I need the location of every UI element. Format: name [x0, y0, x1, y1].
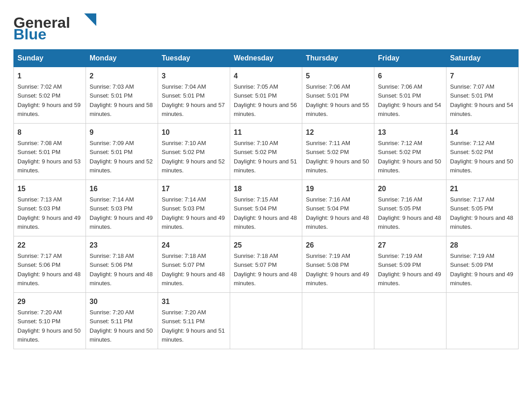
day-number: 9 — [90, 127, 154, 138]
day-info: Sunrise: 7:03 AMSunset: 5:01 PMDaylight:… — [90, 83, 153, 117]
calendar-cell: 30 Sunrise: 7:20 AMSunset: 5:11 PMDaylig… — [86, 293, 158, 349]
day-info: Sunrise: 7:19 AMSunset: 5:08 PMDaylight:… — [306, 253, 369, 287]
day-number: 10 — [162, 127, 226, 138]
calendar-week-row: 22 Sunrise: 7:17 AMSunset: 5:06 PMDaylig… — [14, 236, 519, 293]
day-number: 29 — [17, 296, 82, 307]
day-number: 17 — [162, 184, 226, 194]
day-number: 1 — [17, 71, 82, 81]
calendar-table: SundayMondayTuesdayWednesdayThursdayFrid… — [13, 49, 519, 349]
day-number: 4 — [234, 71, 298, 81]
weekday-header-tuesday: Tuesday — [158, 50, 230, 67]
day-info: Sunrise: 7:07 AMSunset: 5:01 PMDaylight:… — [450, 83, 513, 117]
day-number: 19 — [306, 184, 370, 194]
day-info: Sunrise: 7:17 AMSunset: 5:06 PMDaylight:… — [17, 253, 81, 287]
day-number: 31 — [162, 296, 226, 307]
day-number: 7 — [450, 71, 515, 81]
calendar-cell: 3 Sunrise: 7:04 AMSunset: 5:01 PMDayligh… — [158, 67, 230, 124]
day-info: Sunrise: 7:10 AMSunset: 5:02 PMDaylight:… — [162, 140, 225, 174]
page-header: General Blue — [13, 9, 519, 41]
day-number: 8 — [17, 127, 82, 138]
day-info: Sunrise: 7:12 AMSunset: 5:02 PMDaylight:… — [450, 140, 513, 174]
calendar-cell: 28 Sunrise: 7:19 AMSunset: 5:09 PMDaylig… — [446, 236, 519, 293]
day-info: Sunrise: 7:18 AMSunset: 5:07 PMDaylight:… — [234, 253, 297, 287]
day-number: 22 — [17, 240, 82, 251]
day-info: Sunrise: 7:20 AMSunset: 5:11 PMDaylight:… — [162, 309, 225, 343]
calendar-cell: 26 Sunrise: 7:19 AMSunset: 5:08 PMDaylig… — [302, 236, 374, 293]
day-info: Sunrise: 7:16 AMSunset: 5:05 PMDaylight:… — [378, 196, 441, 230]
day-info: Sunrise: 7:19 AMSunset: 5:09 PMDaylight:… — [378, 253, 441, 287]
day-info: Sunrise: 7:06 AMSunset: 5:01 PMDaylight:… — [306, 83, 369, 117]
day-number: 27 — [378, 240, 442, 251]
day-number: 21 — [450, 184, 515, 194]
day-number: 5 — [306, 71, 370, 81]
day-info: Sunrise: 7:09 AMSunset: 5:01 PMDaylight:… — [90, 140, 153, 174]
day-info: Sunrise: 7:06 AMSunset: 5:01 PMDaylight:… — [378, 83, 441, 117]
day-number: 24 — [162, 240, 226, 251]
calendar-cell: 4 Sunrise: 7:05 AMSunset: 5:01 PMDayligh… — [230, 67, 302, 124]
day-number: 2 — [90, 71, 154, 81]
calendar-cell: 5 Sunrise: 7:06 AMSunset: 5:01 PMDayligh… — [302, 67, 374, 124]
day-number: 3 — [162, 71, 226, 81]
calendar-cell: 24 Sunrise: 7:18 AMSunset: 5:07 PMDaylig… — [158, 236, 230, 293]
day-info: Sunrise: 7:11 AMSunset: 5:02 PMDaylight:… — [306, 140, 369, 174]
calendar-cell: 7 Sunrise: 7:07 AMSunset: 5:01 PMDayligh… — [446, 67, 519, 124]
day-number: 6 — [378, 71, 442, 81]
svg-marker-1 — [84, 13, 96, 26]
weekday-header-friday: Friday — [374, 50, 446, 67]
calendar-cell: 1 Sunrise: 7:02 AMSunset: 5:02 PMDayligh… — [14, 67, 86, 124]
day-number: 28 — [450, 240, 515, 251]
weekday-header-monday: Monday — [86, 50, 158, 67]
day-number: 13 — [378, 127, 442, 138]
day-number: 25 — [234, 240, 298, 251]
calendar-cell — [374, 293, 446, 349]
calendar-cell: 16 Sunrise: 7:14 AMSunset: 5:03 PMDaylig… — [86, 180, 158, 236]
calendar-cell: 25 Sunrise: 7:18 AMSunset: 5:07 PMDaylig… — [230, 236, 302, 293]
day-info: Sunrise: 7:18 AMSunset: 5:07 PMDaylight:… — [162, 253, 225, 287]
logo: General Blue — [13, 9, 99, 41]
day-number: 26 — [306, 240, 370, 251]
calendar-cell: 17 Sunrise: 7:14 AMSunset: 5:03 PMDaylig… — [158, 180, 230, 236]
calendar-cell: 9 Sunrise: 7:09 AMSunset: 5:01 PMDayligh… — [86, 124, 158, 180]
calendar-cell: 19 Sunrise: 7:16 AMSunset: 5:04 PMDaylig… — [302, 180, 374, 236]
calendar-cell: 14 Sunrise: 7:12 AMSunset: 5:02 PMDaylig… — [446, 124, 519, 180]
logo-svg: General Blue — [13, 9, 99, 41]
calendar-cell: 6 Sunrise: 7:06 AMSunset: 5:01 PMDayligh… — [374, 67, 446, 124]
day-info: Sunrise: 7:14 AMSunset: 5:03 PMDaylight:… — [90, 196, 153, 230]
day-info: Sunrise: 7:05 AMSunset: 5:01 PMDaylight:… — [234, 83, 297, 117]
svg-text:Blue: Blue — [13, 26, 47, 41]
day-info: Sunrise: 7:13 AMSunset: 5:03 PMDaylight:… — [17, 196, 81, 230]
weekday-header-saturday: Saturday — [446, 50, 519, 67]
day-info: Sunrise: 7:20 AMSunset: 5:11 PMDaylight:… — [90, 309, 153, 343]
calendar-cell: 15 Sunrise: 7:13 AMSunset: 5:03 PMDaylig… — [14, 180, 86, 236]
calendar-week-row: 8 Sunrise: 7:08 AMSunset: 5:01 PMDayligh… — [14, 124, 519, 180]
day-info: Sunrise: 7:18 AMSunset: 5:06 PMDaylight:… — [90, 253, 153, 287]
day-number: 16 — [90, 184, 154, 194]
day-number: 30 — [90, 296, 154, 307]
calendar-cell: 18 Sunrise: 7:15 AMSunset: 5:04 PMDaylig… — [230, 180, 302, 236]
calendar-week-row: 1 Sunrise: 7:02 AMSunset: 5:02 PMDayligh… — [14, 67, 519, 124]
day-number: 12 — [306, 127, 370, 138]
calendar-cell: 22 Sunrise: 7:17 AMSunset: 5:06 PMDaylig… — [14, 236, 86, 293]
calendar-cell: 12 Sunrise: 7:11 AMSunset: 5:02 PMDaylig… — [302, 124, 374, 180]
day-info: Sunrise: 7:08 AMSunset: 5:01 PMDaylight:… — [17, 140, 81, 174]
calendar-cell: 10 Sunrise: 7:10 AMSunset: 5:02 PMDaylig… — [158, 124, 230, 180]
calendar-cell — [302, 293, 374, 349]
day-number: 23 — [90, 240, 154, 251]
calendar-cell: 8 Sunrise: 7:08 AMSunset: 5:01 PMDayligh… — [14, 124, 86, 180]
calendar-cell: 27 Sunrise: 7:19 AMSunset: 5:09 PMDaylig… — [374, 236, 446, 293]
day-info: Sunrise: 7:02 AMSunset: 5:02 PMDaylight:… — [17, 83, 81, 117]
calendar-cell: 31 Sunrise: 7:20 AMSunset: 5:11 PMDaylig… — [158, 293, 230, 349]
calendar-cell — [230, 293, 302, 349]
weekday-header-thursday: Thursday — [302, 50, 374, 67]
day-number: 20 — [378, 184, 442, 194]
calendar-cell: 2 Sunrise: 7:03 AMSunset: 5:01 PMDayligh… — [86, 67, 158, 124]
day-number: 11 — [234, 127, 298, 138]
day-info: Sunrise: 7:15 AMSunset: 5:04 PMDaylight:… — [234, 196, 297, 230]
day-info: Sunrise: 7:20 AMSunset: 5:10 PMDaylight:… — [17, 309, 81, 343]
day-info: Sunrise: 7:16 AMSunset: 5:04 PMDaylight:… — [306, 196, 369, 230]
day-info: Sunrise: 7:12 AMSunset: 5:02 PMDaylight:… — [378, 140, 441, 174]
calendar-cell: 29 Sunrise: 7:20 AMSunset: 5:10 PMDaylig… — [14, 293, 86, 349]
calendar-week-row: 15 Sunrise: 7:13 AMSunset: 5:03 PMDaylig… — [14, 180, 519, 236]
calendar-cell: 11 Sunrise: 7:10 AMSunset: 5:02 PMDaylig… — [230, 124, 302, 180]
weekday-header-wednesday: Wednesday — [230, 50, 302, 67]
